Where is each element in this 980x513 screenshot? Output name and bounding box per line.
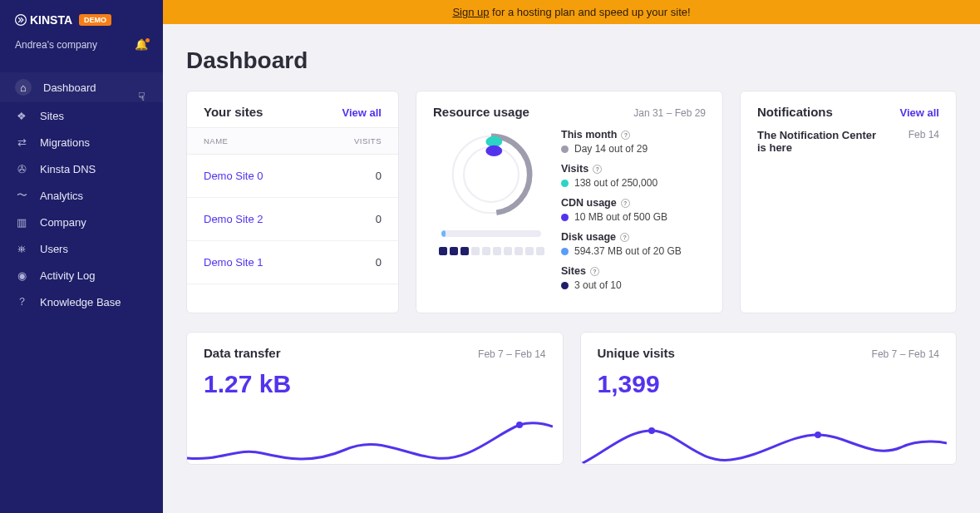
site-visits: 0: [376, 256, 382, 269]
stat-this-month-value: Day 14 out of 29: [574, 143, 648, 155]
sidebar-item-users[interactable]: ⛯Users: [0, 235, 163, 262]
notification-date: Feb 14: [909, 129, 939, 154]
sidebar-item-label: Knowledge Base: [40, 296, 121, 308]
sidebar-item-label: Activity Log: [40, 269, 95, 282]
dot-icon: [561, 214, 569, 221]
site-visits: 0: [376, 213, 382, 225]
sidebar-item-label: Company: [40, 216, 86, 229]
knowledge-base-icon: ？: [15, 295, 28, 308]
svg-point-8: [815, 432, 821, 438]
site-link[interactable]: Demo Site 1: [204, 256, 263, 269]
stat-cdn-label: CDN usage: [561, 197, 617, 209]
info-icon[interactable]: ?: [620, 233, 629, 242]
analytics-icon: 〜: [15, 189, 28, 202]
sidebar-item-label: Sites: [40, 110, 64, 122]
notification-item[interactable]: The Notification Center is hereFeb 14: [757, 129, 939, 154]
dot-icon: [561, 248, 569, 255]
sidebar-item-company[interactable]: ▥Company: [0, 209, 163, 235]
data-transfer-sparkline: [187, 418, 553, 465]
main: Sign up for a hosting plan and speed up …: [163, 0, 980, 513]
sidebar-item-kinsta-dns[interactable]: ✇Kinsta DNS: [0, 155, 163, 182]
migrations-icon: ⇄: [15, 136, 28, 149]
sidebar-item-label: Migrations: [40, 136, 90, 149]
banner-text: for a hosting plan and speed up your sit…: [489, 6, 690, 18]
dot-icon: [561, 282, 569, 289]
resource-usage-card: Resource usage Jan 31 – Feb 29: [416, 91, 723, 313]
stat-visits-label: Visits: [561, 163, 588, 175]
stat-disk-value: 594.37 MB out of 20 GB: [574, 245, 682, 257]
kinsta-dns-icon: ✇: [15, 162, 28, 175]
notifications-view-all[interactable]: View all: [900, 106, 939, 119]
sidebar-item-label: Analytics: [40, 190, 83, 202]
your-sites-title: Your sites: [204, 105, 263, 119]
unique-visits-card: Unique visits Feb 7 – Feb 14 1,399: [580, 332, 958, 465]
dot-icon: [561, 146, 569, 153]
demo-badge: DEMO: [79, 14, 111, 26]
data-transfer-date: Feb 7 – Feb 14: [478, 348, 545, 360]
stat-visits-value: 138 out of 250,000: [574, 177, 657, 189]
sidebar-item-label: Users: [40, 243, 68, 255]
company-icon: ▥: [15, 215, 28, 229]
page-title: Dashboard: [186, 47, 957, 74]
data-transfer-value: 1.27 kB: [204, 370, 546, 398]
sidebar-item-migrations[interactable]: ⇄Migrations: [0, 129, 163, 155]
unique-visits-title: Unique visits: [598, 346, 675, 360]
disk-progress-bar: [441, 230, 541, 237]
info-icon[interactable]: ?: [621, 131, 630, 140]
stat-sites-label: Sites: [561, 265, 586, 277]
promo-banner: Sign up for a hosting plan and speed up …: [163, 0, 980, 24]
table-row: Demo Site 10: [187, 241, 398, 284]
info-icon[interactable]: ?: [590, 267, 599, 276]
notification-text: The Notification Center is here: [757, 129, 882, 154]
stat-cdn-value: 10 MB out of 500 GB: [574, 211, 667, 223]
sidebar-item-analytics[interactable]: 〜Analytics: [0, 182, 163, 209]
sidebar-item-knowledge-base[interactable]: ？Knowledge Base: [0, 289, 163, 315]
company-name[interactable]: Andrea's company: [15, 39, 97, 51]
brand-logo: KINSTA: [15, 13, 72, 27]
dot-icon: [561, 180, 569, 187]
sites-icon: ❖: [15, 109, 28, 122]
your-sites-card: Your sites View all NAME VISITS Demo Sit…: [186, 91, 399, 313]
stat-this-month-label: This month: [561, 129, 617, 141]
th-name: NAME: [204, 136, 228, 146]
sidebar-item-dashboard[interactable]: ⌂Dashboard: [0, 72, 163, 102]
notifications-bell-icon[interactable]: 🔔: [135, 38, 148, 51]
resource-donut-chart: [446, 129, 537, 220]
sidebar-item-label: Dashboard: [43, 81, 96, 94]
table-row: Demo Site 00: [187, 155, 398, 198]
activity-log-icon: ◉: [15, 269, 28, 282]
notifications-card: Notifications View all The Notification …: [740, 91, 957, 313]
sites-blocks-bar: [439, 247, 544, 255]
data-transfer-card: Data transfer Feb 7 – Feb 14 1.27 kB: [186, 332, 564, 465]
your-sites-view-all[interactable]: View all: [342, 106, 382, 119]
resource-date-range: Jan 31 – Feb 29: [633, 107, 706, 119]
unique-visits-sparkline: [581, 418, 947, 465]
sidebar-item-label: Kinsta DNS: [40, 163, 96, 175]
signup-link[interactable]: Sign up: [452, 6, 489, 18]
svg-point-7: [648, 427, 655, 434]
site-visits: 0: [376, 170, 382, 182]
users-icon: ⛯: [15, 242, 28, 255]
sidebar-item-sites[interactable]: ❖Sites: [0, 102, 163, 129]
site-link[interactable]: Demo Site 2: [204, 213, 263, 225]
stat-disk-label: Disk usage: [561, 231, 616, 243]
notifications-title: Notifications: [757, 105, 833, 119]
svg-point-6: [516, 422, 523, 428]
unique-visits-value: 1,399: [598, 370, 940, 398]
site-link[interactable]: Demo Site 0: [204, 170, 263, 182]
data-transfer-title: Data transfer: [204, 346, 281, 360]
svg-point-5: [485, 146, 502, 156]
unique-visits-date: Feb 7 – Feb 14: [872, 348, 939, 360]
info-icon[interactable]: ?: [621, 199, 630, 208]
info-icon[interactable]: ?: [593, 165, 602, 174]
th-visits: VISITS: [354, 136, 382, 146]
brand-name: KINSTA: [30, 13, 72, 27]
sidebar: KINSTA DEMO Andrea's company 🔔 ⌂Dashboar…: [0, 0, 163, 513]
sidebar-item-activity-log[interactable]: ◉Activity Log: [0, 262, 163, 289]
resource-title: Resource usage: [433, 105, 529, 119]
stat-sites-value: 3 out of 10: [574, 279, 622, 291]
dashboard-icon: ⌂: [15, 79, 32, 96]
table-row: Demo Site 20: [187, 198, 398, 241]
